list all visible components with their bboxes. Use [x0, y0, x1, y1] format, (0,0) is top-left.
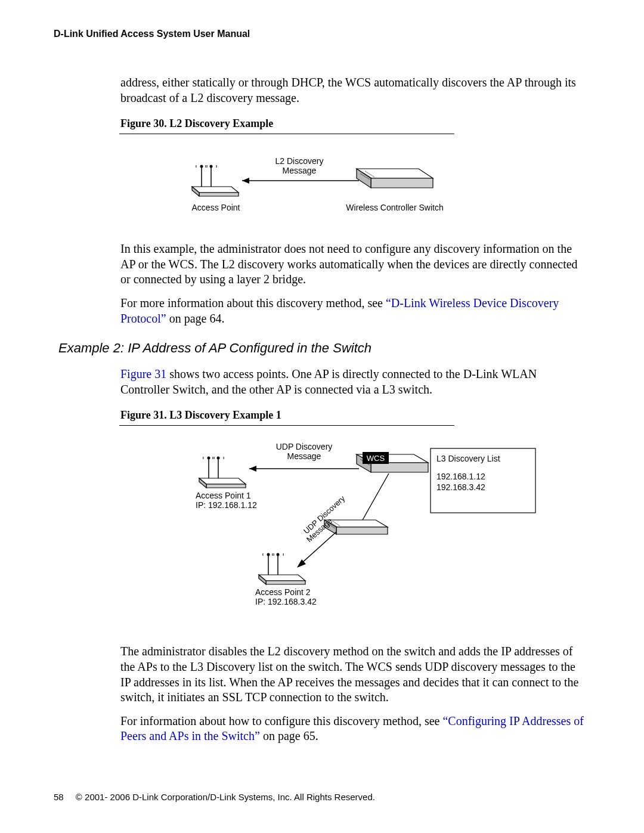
udp-discovery-label: UDP Discovery: [276, 442, 333, 451]
svg-line-26: [363, 473, 389, 520]
ap1-label: Access Point 1: [196, 491, 251, 500]
svg-point-11: [208, 457, 210, 460]
svg-marker-25: [249, 466, 256, 472]
figure-30-diagram: L2 Discovery Message Access Point Wirele…: [180, 145, 460, 222]
copyright: © 2001- 2006 D-Link Corporation/D-Link S…: [76, 792, 375, 802]
paragraph: For more information about this discover…: [120, 296, 587, 326]
paragraph: For information about how to configure t…: [120, 714, 587, 744]
wcs-badge: WCS: [367, 454, 385, 463]
ap2-label: Access Point 2: [255, 587, 311, 597]
paragraph: The administrator disables the L2 discov…: [120, 644, 587, 705]
svg-point-23: [277, 553, 280, 556]
page-footer: 58 © 2001- 2006 D-Link Corporation/D-Lin…: [54, 792, 375, 802]
udp-discovery-label-2: Message: [287, 451, 321, 461]
l3-list-ip1: 192.168.1.12: [436, 472, 485, 481]
svg-point-2: [200, 165, 203, 168]
paragraph: In this example, the administrator does …: [120, 241, 587, 287]
example-2-heading: Example 2: IP Address of AP Configured i…: [58, 340, 590, 356]
svg-point-12: [217, 457, 220, 460]
wcs-label: Wireless Controller Switch: [346, 203, 443, 212]
l2-discovery-label: L2 Discovery: [275, 156, 324, 166]
access-point-icon: [192, 165, 239, 197]
figure-31-caption: Figure 31. L3 Discovery Example 1: [120, 409, 587, 422]
figure-31-diagram: Access Point 1 IP: 192.168.1.12 WCS L3 D…: [192, 436, 538, 621]
text-fragment: on page 64.: [166, 312, 225, 325]
page-number: 58: [54, 792, 64, 802]
svg-marker-8: [242, 178, 249, 184]
access-point-label: Access Point: [192, 203, 240, 212]
paragraph: address, either statically or through DH…: [120, 75, 587, 106]
text-fragment: shows two access points. One AP is direc…: [120, 367, 537, 396]
text-fragment: For more information about this discover…: [120, 296, 386, 309]
wcs-switch-icon: [357, 169, 433, 188]
figure-rule: [119, 425, 454, 426]
ap2-ip: IP: 192.168.3.42: [255, 597, 317, 606]
svg-point-3: [210, 165, 213, 168]
doc-header: D-Link Unified Access System User Manual: [54, 29, 590, 39]
l2-discovery-label-2: Message: [283, 166, 317, 175]
text-fragment: For information about how to configure t…: [120, 714, 442, 727]
l3-list-title: L3 Discovery List: [436, 454, 500, 463]
text-fragment: on page 65.: [260, 729, 318, 742]
paragraph: Figure 31 shows two access points. One A…: [120, 367, 587, 397]
l3-list-ip2: 192.168.3.42: [436, 482, 485, 492]
xref-link[interactable]: Figure 31: [120, 367, 166, 380]
access-point-2-icon: [259, 553, 305, 585]
l3-switch-icon: [324, 520, 388, 534]
figure-rule: [119, 134, 454, 134]
figure-30-caption: Figure 30. L2 Discovery Example: [120, 117, 587, 130]
ap1-ip: IP: 192.168.1.12: [196, 500, 257, 510]
svg-point-22: [267, 553, 270, 556]
access-point-1-icon: [199, 457, 246, 488]
